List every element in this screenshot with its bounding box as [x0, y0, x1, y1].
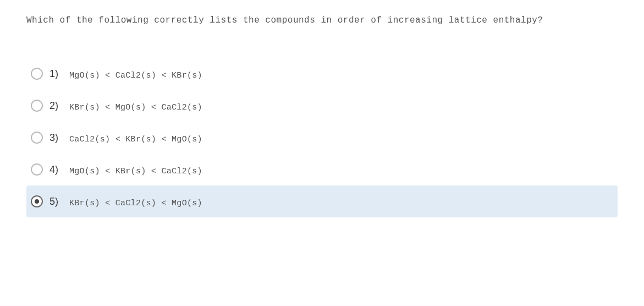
- option-1[interactable]: 1) MgO(s) < CaCl2(s) < KBr(s): [26, 58, 618, 90]
- option-4[interactable]: 4) MgO(s) < KBr(s) < CaCl2(s): [26, 154, 618, 185]
- radio-icon: [31, 132, 43, 144]
- option-number: 3): [49, 132, 60, 144]
- question-text: Which of the following correctly lists t…: [26, 11, 618, 30]
- radio-icon: [31, 100, 43, 112]
- option-5[interactable]: 5) KBr(s) < CaCl2(s) < MgO(s): [26, 185, 618, 217]
- options-container: 1) MgO(s) < CaCl2(s) < KBr(s) 2) KBr(s) …: [26, 58, 618, 217]
- option-text: MgO(s) < CaCl2(s) < KBr(s): [69, 71, 202, 80]
- option-number: 1): [49, 68, 60, 80]
- option-number: 2): [49, 100, 60, 112]
- option-text: KBr(s) < CaCl2(s) < MgO(s): [69, 199, 202, 208]
- option-text: CaCl2(s) < KBr(s) < MgO(s): [69, 135, 202, 144]
- option-2[interactable]: 2) KBr(s) < MgO(s) < CaCl2(s): [26, 90, 618, 122]
- option-number: 4): [49, 164, 60, 176]
- radio-icon: [31, 68, 43, 80]
- radio-icon: [31, 163, 43, 176]
- option-number: 5): [49, 196, 60, 207]
- option-3[interactable]: 3) CaCl2(s) < KBr(s) < MgO(s): [26, 122, 618, 154]
- option-text: MgO(s) < KBr(s) < CaCl2(s): [69, 167, 202, 176]
- option-text: KBr(s) < MgO(s) < CaCl2(s): [69, 103, 202, 112]
- radio-icon: [31, 195, 43, 207]
